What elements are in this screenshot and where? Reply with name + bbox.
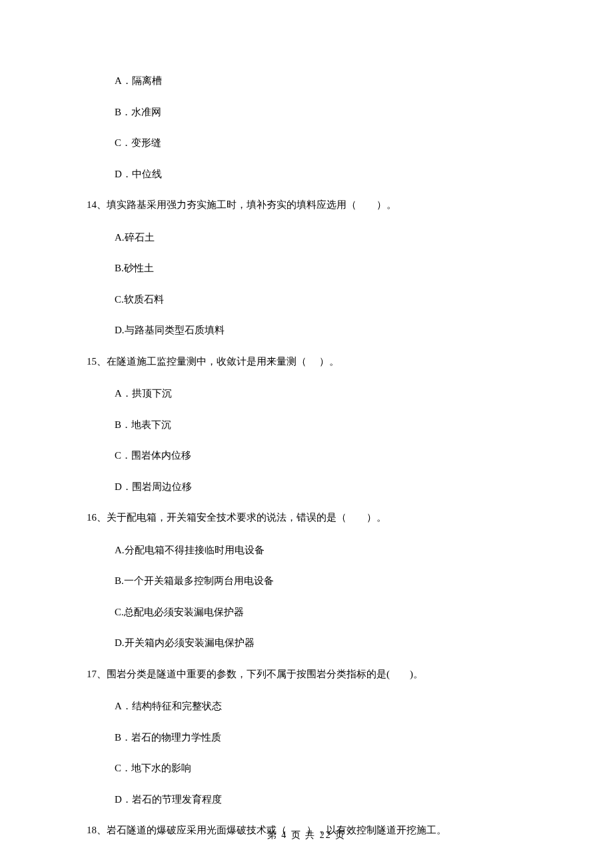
q13-option-d: D．中位线: [87, 167, 526, 182]
q13-option-b: B．水准网: [87, 105, 526, 120]
q14-option-b: B.砂性土: [87, 261, 526, 276]
q17-option-b: B．岩石的物理力学性质: [87, 730, 526, 745]
q15-text: 15、在隧道施工监控量测中，收敛计是用来量测（ ）。: [87, 354, 526, 369]
q16-option-d: D.开关箱内必须安装漏电保护器: [87, 635, 526, 651]
q16-option-c: C.总配电必须安装漏电保护器: [87, 605, 526, 620]
q15-option-d: D．围岩周边位移: [87, 479, 526, 495]
q16-option-b: B.一个开关箱最多控制两台用电设备: [87, 573, 526, 589]
q13-option-a: A．隔离槽: [87, 73, 526, 89]
q14-text: 14、填实路基采用强力夯实施工时，填补夯实的填料应选用（ ）。: [87, 197, 526, 213]
q15-option-a: A．拱顶下沉: [87, 386, 526, 401]
q15-option-b: B．地表下沉: [87, 417, 526, 433]
q16-text: 16、关于配电箱，开关箱安全技术要求的说法，错误的是（ ）。: [87, 510, 526, 525]
q16-option-a: A.分配电箱不得挂接临时用电设备: [87, 543, 526, 558]
q15-option-c: C．围岩体内位移: [87, 448, 526, 463]
q17-option-d: D．岩石的节理发育程度: [87, 792, 526, 807]
q17-option-c: C．地下水的影响: [87, 761, 526, 776]
page-footer: 第 4 页 共 22 页: [0, 829, 613, 841]
q13-option-c: C．变形缝: [87, 135, 526, 151]
q14-option-d: D.与路基同类型石质填料: [87, 323, 526, 338]
q14-option-a: A.碎石土: [87, 230, 526, 245]
q17-option-a: A．结构特征和完整状态: [87, 699, 526, 714]
q17-text: 17、围岩分类是隧道中重要的参数，下列不属于按围岩分类指标的是( )。: [87, 667, 526, 682]
q14-option-c: C.软质石料: [87, 292, 526, 307]
